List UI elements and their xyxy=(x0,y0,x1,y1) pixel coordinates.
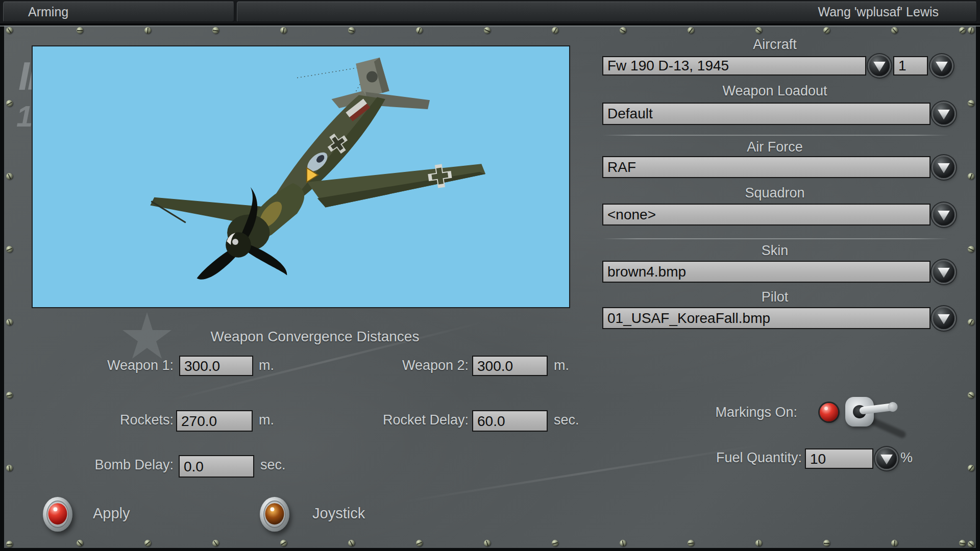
dropdown-arrow-icon xyxy=(938,268,950,278)
markings-toggle-switch[interactable] xyxy=(836,394,923,440)
dropdown-arrow-icon xyxy=(936,62,948,72)
pilot-label: Pilot xyxy=(602,289,947,305)
screw-icon xyxy=(212,27,219,34)
screw-icon xyxy=(416,27,423,34)
section-divider xyxy=(602,238,948,239)
screw-icon xyxy=(144,540,151,546)
screw-icon xyxy=(688,540,694,546)
bomb-delay-input[interactable] xyxy=(179,455,254,478)
dropdown-arrow-icon xyxy=(938,163,950,173)
skin-dropdown-button[interactable] xyxy=(933,261,954,283)
screw-icon xyxy=(348,27,355,34)
screw-icon xyxy=(144,27,151,34)
markings-label: Markings On: xyxy=(695,405,797,420)
screw-icon xyxy=(968,246,974,253)
amber-jewel-icon xyxy=(265,503,284,524)
aircraft-preview-render xyxy=(33,46,569,307)
screen-title: Arming xyxy=(28,5,68,19)
markings-indicator-light xyxy=(820,403,838,421)
rockets-label: Rockets: xyxy=(71,412,174,428)
screw-icon xyxy=(6,465,13,471)
screw-icon xyxy=(280,27,287,34)
weapon1-input[interactable] xyxy=(179,356,253,376)
screw-icon xyxy=(891,27,898,34)
joystick-button-label: Joystick xyxy=(312,505,365,522)
screw-icon xyxy=(968,319,974,325)
screw-icon xyxy=(348,540,355,546)
screw-icon xyxy=(968,27,974,34)
screw-icon xyxy=(484,27,491,34)
screw-icon xyxy=(755,27,762,34)
fuel-quantity-input[interactable] xyxy=(805,448,873,469)
air-force-select[interactable]: RAF xyxy=(602,156,930,178)
squadron-dropdown-button[interactable] xyxy=(933,204,954,226)
rocket-delay-input[interactable] xyxy=(472,410,548,432)
screw-icon xyxy=(968,392,974,398)
screw-icon xyxy=(77,540,83,546)
skin-select[interactable]: brown4.bmp xyxy=(602,261,930,283)
rockets-input[interactable] xyxy=(176,410,253,432)
weapon2-label: Weapon 2: xyxy=(366,358,469,373)
screw-icon xyxy=(823,540,830,546)
screw-icon xyxy=(212,540,219,546)
pilot-select[interactable]: 01_USAF_KoreaFall.bmp xyxy=(602,307,930,329)
dropdown-arrow-icon xyxy=(880,455,893,465)
dropdown-arrow-icon xyxy=(938,211,950,221)
fuel-quantity-label: Fuel Quantity: xyxy=(695,450,802,466)
player-name-tab: Wang 'wplusaf' Lewis xyxy=(237,2,977,22)
main-panel: Il-2 19 xyxy=(0,23,980,551)
dropdown-arrow-icon xyxy=(938,314,950,324)
weapon2-input[interactable] xyxy=(472,356,548,376)
screw-icon xyxy=(552,27,558,34)
screw-icon xyxy=(823,27,830,34)
screw-icon xyxy=(6,246,13,253)
screw-icon xyxy=(6,319,13,325)
apply-button-label: Apply xyxy=(93,505,130,522)
rocket-delay-unit: sec. xyxy=(554,412,579,428)
bomb-delay-unit: sec. xyxy=(260,457,286,473)
screw-icon xyxy=(280,540,287,546)
aircraft-preview[interactable] xyxy=(32,45,570,308)
title-bar: Arming Wang 'wplusaf' Lewis xyxy=(0,0,980,23)
tab-arming[interactable]: Arming xyxy=(3,2,234,22)
weapon-loadout-dropdown-button[interactable] xyxy=(933,103,954,124)
screw-icon xyxy=(620,540,626,546)
aircraft-count-dropdown-button[interactable] xyxy=(932,56,952,76)
dropdown-arrow-icon xyxy=(938,110,950,120)
screw-icon xyxy=(6,392,13,398)
aircraft-count-field[interactable]: 1 xyxy=(893,56,928,76)
weapon1-unit: m. xyxy=(259,358,274,373)
screw-icon xyxy=(688,27,694,34)
rocket-delay-label: Rocket Delay: xyxy=(351,412,469,428)
screw-icon xyxy=(6,173,13,180)
pilot-dropdown-button[interactable] xyxy=(933,308,954,329)
rockets-unit: m. xyxy=(259,412,274,428)
air-force-dropdown-button[interactable] xyxy=(933,157,954,178)
screw-icon xyxy=(959,27,966,34)
skin-label: Skin xyxy=(602,243,947,259)
joystick-button[interactable] xyxy=(260,497,289,532)
squadron-label: Squadron xyxy=(602,185,947,201)
fuel-quantity-unit: % xyxy=(900,450,913,466)
screw-icon xyxy=(552,540,558,546)
screw-icon xyxy=(959,540,966,546)
screw-icon xyxy=(6,541,13,547)
fuel-quantity-dropdown-button[interactable] xyxy=(876,448,897,469)
aircraft-select[interactable]: Fw 190 D-13, 1945 xyxy=(602,56,866,76)
weapon-loadout-label: Weapon Loadout xyxy=(602,83,947,99)
section-divider xyxy=(602,135,948,136)
apply-button[interactable] xyxy=(43,497,72,532)
screw-icon xyxy=(968,541,974,547)
red-jewel-icon xyxy=(48,503,67,524)
aircraft-dropdown-button[interactable] xyxy=(869,56,890,76)
screw-icon xyxy=(968,465,974,471)
bomb-delay-label: Bomb Delay: xyxy=(61,457,174,473)
convergence-title: Weapon Convergence Distances xyxy=(141,329,488,345)
screw-icon xyxy=(77,27,83,34)
squadron-select[interactable]: <none> xyxy=(602,204,930,226)
weapon-loadout-select[interactable]: Default xyxy=(602,103,930,125)
weapon2-unit: m. xyxy=(554,358,569,373)
screw-icon xyxy=(891,540,898,546)
air-force-label: Air Force xyxy=(602,139,947,155)
weapon1-label: Weapon 1: xyxy=(71,358,174,373)
